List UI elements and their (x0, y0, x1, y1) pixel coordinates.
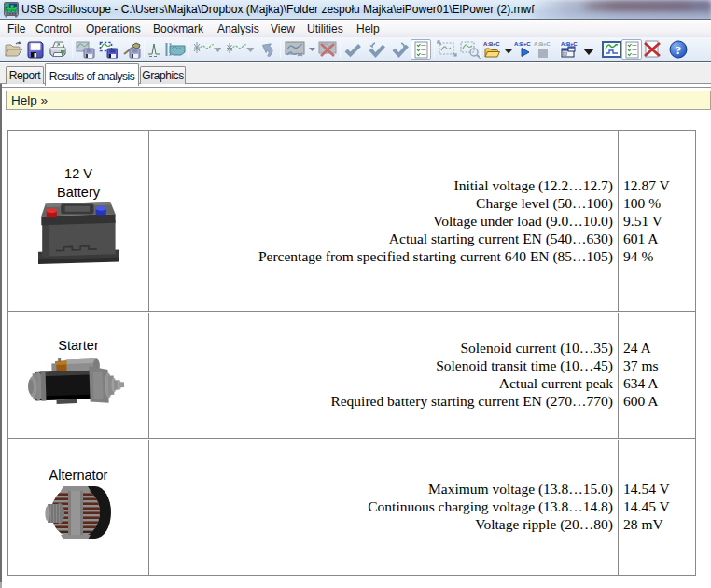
svg-text:A:B+C: A:B+C (534, 41, 551, 47)
svg-text:?: ? (676, 43, 682, 57)
svg-text:A:B+C: A:B+C (514, 41, 531, 47)
svg-text:A:B+C: A:B+C (483, 41, 500, 47)
svg-text:A:B+C: A:B+C (561, 41, 578, 47)
